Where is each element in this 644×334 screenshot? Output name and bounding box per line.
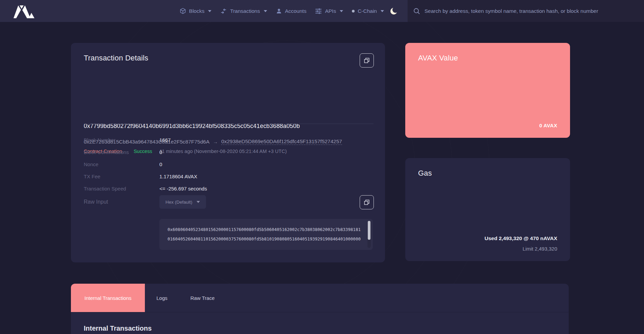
field-label: TX Fee [84, 174, 159, 179]
gas-limit: Limit 2,493,320 [522, 246, 557, 252]
field-label: Raw Input [84, 199, 159, 205]
nav-item-label: C-Chain [358, 8, 377, 14]
nav-item-c-chain[interactable]: C-Chain [352, 8, 384, 14]
raw-input-hex-box[interactable]: 0x60806040523480156200001157600080fd5b50… [159, 219, 373, 250]
nav-item-label: Transactions [230, 8, 260, 14]
transaction-details-title: Transaction Details [84, 54, 148, 62]
tab-bar: Internal Transactions Logs Raw Trace [71, 284, 569, 312]
field-row-nonce: Nonce 0 [84, 158, 320, 170]
gas-used: Used 2,493,320 @ 470 nAVAX [485, 235, 557, 241]
hex-line: 0160405260408110156200003757600080fd5b81… [168, 234, 363, 244]
field-value: 1667 [159, 137, 171, 143]
raw-input-format-dropdown[interactable]: Hex (Default) [159, 195, 206, 209]
nav-item-label: Accounts [285, 8, 307, 14]
copy-raw-input-button[interactable] [360, 195, 374, 209]
chevron-down-icon [264, 10, 267, 12]
tab-internal-transactions[interactable]: Internal Transactions [71, 284, 145, 312]
nav-item-blocks[interactable]: Blocks [180, 8, 212, 14]
field-value: <= -256.697 seconds [159, 186, 207, 191]
transaction-tabs-card: Internal Transactions Logs Raw Trace Int… [71, 284, 569, 334]
nav-item-label: APIs [325, 8, 336, 14]
field-row-tx-fee: TX Fee 1.1718604 AVAX [84, 170, 320, 182]
scrollbar-thumb[interactable] [368, 221, 370, 240]
field-label: Block Confirmations [84, 149, 159, 155]
field-value: 1.1718604 AVAX [159, 174, 197, 179]
field-row-block-number: Block Number 1667 [84, 134, 320, 146]
transaction-fields: Block Number 1667 Block Confirmations 0 … [84, 134, 320, 209]
copy-transaction-button[interactable] [360, 53, 374, 68]
copy-icon [364, 199, 370, 205]
copy-icon [364, 57, 370, 63]
dark-mode-toggle[interactable] [389, 6, 399, 16]
navbar: Blocks Transactions Accounts APIs C-Cha [0, 0, 644, 22]
scrollbar-track[interactable] [367, 221, 371, 248]
raw-input-format-label: Hex (Default) [165, 200, 192, 205]
field-label: Nonce [84, 161, 159, 167]
chevron-down-icon [381, 10, 384, 12]
internal-transactions-heading: Internal Transactions [71, 312, 569, 332]
chevron-down-icon [340, 10, 343, 12]
gas-title: Gas [418, 169, 432, 178]
field-row-block-confirmations: Block Confirmations 0 [84, 146, 320, 158]
tab-raw-trace[interactable]: Raw Trace [179, 284, 226, 312]
field-value: 0 [159, 161, 162, 167]
transaction-details-card: Transaction Details 0x7799bd580272f96041… [71, 43, 385, 262]
field-label: Block Number [84, 137, 159, 143]
chain-dot-icon [352, 10, 355, 12]
hex-line: 0x60806040523480156200001157600080fd5b50… [168, 225, 363, 234]
divider [84, 124, 373, 124]
sliders-icon [315, 8, 322, 14]
avax-value-amount: 0 AVAX [539, 123, 557, 128]
search-bar [408, 0, 644, 22]
cube-icon [180, 8, 186, 14]
raw-input-row: Raw Input Hex (Default) [84, 195, 320, 209]
nav-item-transactions[interactable]: Transactions [220, 8, 267, 14]
nav-menu: Blocks Transactions Accounts APIs C-Cha [180, 8, 384, 14]
gas-card: Gas Used 2,493,320 @ 470 nAVAX Limit 2,4… [405, 158, 570, 261]
field-value: 0 [159, 149, 162, 155]
avax-value-card: AVAX Value 0 AVAX [405, 43, 570, 138]
field-row-transaction-speed: Transaction Speed <= -256.697 seconds [84, 182, 320, 195]
avalanche-logo[interactable] [13, 4, 37, 18]
nav-item-label: Blocks [189, 8, 205, 14]
avalanche-logo-icon [13, 4, 37, 18]
nav-item-accounts[interactable]: Accounts [276, 8, 307, 14]
chevron-down-icon [208, 10, 211, 12]
search-icon [413, 7, 420, 15]
tab-logs[interactable]: Logs [145, 284, 179, 312]
nav-item-apis[interactable]: APIs [315, 8, 343, 14]
chevron-down-icon [197, 201, 200, 203]
swap-icon [220, 8, 227, 14]
field-label: Transaction Speed [84, 186, 159, 191]
tab-content: Internal Transactions [71, 312, 569, 334]
avax-value-title: AVAX Value [418, 54, 458, 62]
moon-icon [389, 6, 399, 16]
search-input[interactable] [424, 8, 634, 14]
person-icon [276, 8, 282, 14]
